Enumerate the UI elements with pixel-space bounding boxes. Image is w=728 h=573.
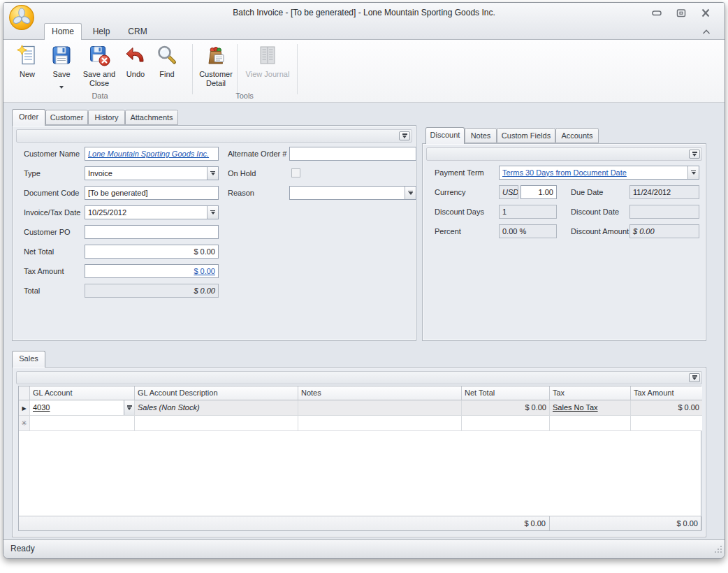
find-icon (156, 44, 178, 66)
customer-po-field[interactable] (85, 225, 219, 239)
find-button-label: Find (152, 70, 182, 79)
invoice-tax-date-dropdown-button[interactable] (207, 206, 218, 219)
payment-term-dropdown-button[interactable] (687, 166, 699, 179)
currency-rate-field[interactable]: 1.00 (520, 185, 557, 199)
net-total-field[interactable]: $ 0.00 (85, 245, 219, 259)
gl-account-dropdown-button[interactable] (124, 400, 134, 415)
new-row-net-total-cell[interactable] (462, 416, 550, 431)
tax-amount-cell[interactable]: $ 0.00 (631, 400, 702, 416)
notes-cell[interactable] (298, 400, 462, 416)
tax-cell[interactable]: Sales No Tax (550, 400, 631, 416)
grid-header-gl-account-description[interactable]: GL Account Description (135, 386, 298, 400)
collapse-ribbon-button[interactable] (701, 27, 712, 36)
app-logo-button[interactable] (8, 4, 35, 31)
order-panel-collapse-button[interactable] (399, 131, 410, 140)
tab-accounts[interactable]: Accounts (555, 128, 599, 143)
tab-customer[interactable]: Customer (45, 110, 88, 125)
grid-header-gl-account[interactable]: GL Account (30, 386, 135, 400)
restore-button[interactable] (676, 8, 686, 17)
discount-date-field (629, 205, 699, 219)
reason-dropdown-button[interactable] (405, 187, 416, 199)
ribbon-tab-home[interactable]: Home (44, 23, 82, 40)
ribbon-tab-crm[interactable]: CRM (121, 24, 154, 39)
save-button[interactable]: Save (45, 42, 78, 99)
gl-account-cell[interactable]: 4030 (30, 400, 135, 416)
tab-notes-label: Notes (471, 131, 491, 140)
resize-grip[interactable] (714, 544, 722, 556)
customer-detail-button-label: Customer Detail (196, 70, 235, 88)
customer-name-field[interactable]: Lone Mountain Sporting Goods Inc. (85, 147, 219, 161)
dropdown-icon (210, 171, 215, 176)
new-button[interactable]: New (10, 42, 44, 99)
tab-attachments[interactable]: Attachments (125, 110, 178, 125)
tax-link[interactable]: Sales No Tax (553, 403, 598, 412)
total-label: Total (24, 284, 40, 298)
undo-button[interactable]: Undo (121, 42, 150, 99)
on-hold-label: On Hold (228, 166, 256, 180)
trefoil-logo-icon (8, 4, 35, 31)
grid-header-tax-amount[interactable]: Tax Amount (631, 386, 702, 400)
payment-term-combo[interactable]: Terms 30 Days from Document Date (499, 166, 699, 180)
app-window: Batch Invoice - [To be generated] - Lone… (3, 2, 725, 559)
ribbon-tab-help[interactable]: Help (85, 24, 118, 39)
grid-header-notes[interactable]: Notes (298, 386, 462, 400)
tab-custom-fields[interactable]: Custom Fields (497, 128, 555, 143)
new-row-tax-amount-cell[interactable] (631, 416, 702, 431)
new-document-icon (16, 44, 38, 66)
sales-panel-collapse-button[interactable] (689, 373, 700, 382)
save-dropdown-icon[interactable] (59, 86, 64, 89)
discount-panel: Payment Term Terms 30 Days from Document… (422, 143, 706, 341)
net-total-cell[interactable]: $ 0.00 (462, 400, 550, 416)
customer-detail-icon (205, 44, 227, 66)
document-code-field[interactable]: [To be generated] (85, 186, 219, 200)
grid-header-tax[interactable]: Tax (550, 386, 631, 400)
gl-account-description-cell: Sales (Non Stock) (135, 400, 298, 416)
percent-label: Percent (435, 224, 461, 238)
payment-term-link[interactable]: Terms 30 Days from Document Date (502, 168, 627, 177)
new-row-notes-cell[interactable] (298, 416, 462, 431)
discount-panel-collapse-button[interactable] (689, 150, 700, 159)
dropdown-icon (691, 171, 696, 175)
type-dropdown-button[interactable] (207, 167, 218, 180)
close-button[interactable] (700, 8, 711, 17)
discount-days-label: Discount Days (435, 205, 484, 219)
view-journal-button-label: View Journal (240, 70, 296, 79)
tab-sales-label: Sales (19, 354, 38, 363)
order-panel-header (16, 129, 412, 143)
ribbon-group-tools-label: Tools (194, 92, 296, 100)
customer-detail-button[interactable]: Customer Detail (196, 42, 235, 99)
find-button[interactable]: Find (152, 42, 182, 99)
on-hold-checkbox[interactable] (291, 168, 300, 177)
invoice-tax-date-picker[interactable]: 10/25/2012 (85, 205, 219, 219)
dropdown-icon (408, 191, 413, 196)
window-controls (651, 8, 711, 17)
type-combo[interactable]: Invoice (85, 166, 219, 180)
save-button-label: Save (45, 70, 78, 79)
view-journal-button[interactable]: View Journal (240, 42, 296, 99)
grid-header-net-total[interactable]: Net Total (462, 386, 550, 400)
total-field: $ 0.00 (85, 284, 219, 298)
tax-amount-link[interactable]: $ 0.00 (194, 267, 215, 275)
tab-discount[interactable]: Discount (425, 127, 465, 144)
minimize-button[interactable] (651, 8, 662, 17)
save-and-close-button[interactable]: Save and Close (79, 42, 119, 99)
tab-notes[interactable]: Notes (465, 128, 497, 143)
tax-amount-field[interactable]: $ 0.00 (85, 264, 219, 278)
gl-account-link[interactable]: 4030 (33, 403, 50, 412)
reason-combo[interactable] (289, 186, 416, 200)
new-row-description-cell[interactable] (135, 416, 298, 431)
customer-name-link[interactable]: Lone Mountain Sporting Goods Inc. (88, 150, 209, 158)
discount-date-label: Discount Date (571, 205, 619, 219)
grid-total-net-total: $ 0.00 (462, 516, 550, 530)
current-row-icon (22, 403, 26, 412)
tab-sales[interactable]: Sales (12, 351, 45, 368)
tab-order[interactable]: Order (12, 109, 45, 126)
alternate-order-field[interactable] (289, 147, 416, 161)
tab-history[interactable]: History (88, 110, 125, 125)
currency-code-field: USD (499, 185, 518, 199)
new-row-tax-cell[interactable] (550, 416, 631, 431)
new-row-gl-account-cell[interactable] (30, 416, 135, 431)
close-icon (701, 8, 711, 17)
tax-amount-label: Tax Amount (24, 264, 64, 278)
new-row-indicator (19, 416, 30, 431)
